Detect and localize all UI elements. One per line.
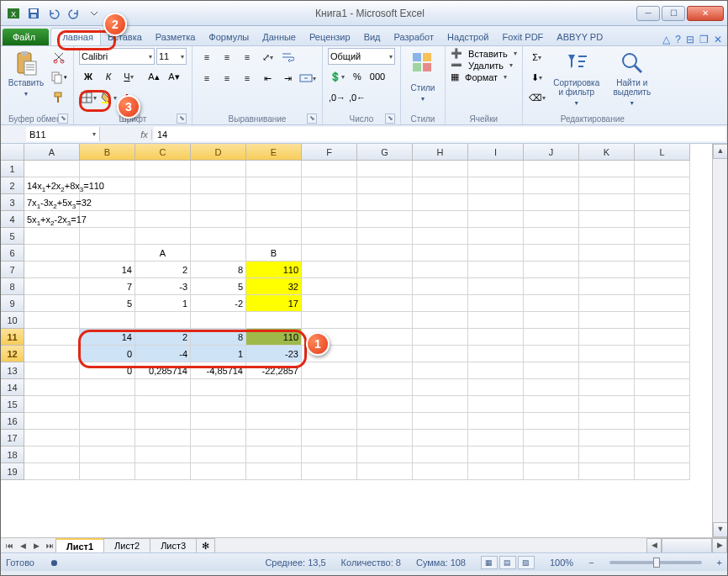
undo-icon[interactable]	[45, 4, 63, 23]
cell-K4[interactable]	[579, 211, 635, 228]
cell-B19[interactable]	[80, 463, 135, 480]
sort-filter-button[interactable]: Сортировка и фильтр▼	[550, 48, 604, 109]
alignment-launcher[interactable]: ⬊	[307, 114, 317, 124]
cell-H10[interactable]	[413, 312, 468, 329]
close-workbook-icon[interactable]: ✕	[714, 34, 722, 45]
col-header-D[interactable]: D	[191, 144, 246, 161]
cell-I4[interactable]	[468, 211, 524, 228]
cell-L11[interactable]	[635, 329, 690, 346]
row-headers[interactable]: 12345678910111213141516171819	[1, 161, 24, 480]
cut-button[interactable]	[50, 48, 68, 66]
cell-G9[interactable]	[357, 295, 413, 312]
format-cells-button[interactable]: ▦ Формат ▾	[451, 71, 507, 82]
cell-A17[interactable]	[24, 430, 80, 447]
cell-L1[interactable]	[635, 161, 690, 177]
cell-E1[interactable]	[246, 161, 302, 177]
bold-button[interactable]: Ж	[79, 67, 98, 86]
zoom-in-icon[interactable]: +	[717, 558, 722, 568]
tab-разработ[interactable]: Разработ	[388, 29, 440, 45]
cell-A6[interactable]	[24, 245, 80, 262]
cell-C5[interactable]	[135, 228, 191, 245]
cell-F3[interactable]	[302, 194, 357, 211]
cell-D3[interactable]	[191, 194, 246, 211]
cell-F9[interactable]	[302, 295, 357, 312]
cell-I12[interactable]	[468, 346, 524, 362]
cell-L6[interactable]	[635, 245, 690, 262]
cell-F18[interactable]	[302, 447, 357, 463]
cell-B8[interactable]: 7	[80, 278, 135, 295]
cell-J13[interactable]	[524, 362, 579, 379]
cells-area[interactable]: 14x1+2x2+8x3=1107x1-3x2+5x3=325x1+x2-2x3…	[24, 161, 712, 537]
cell-G10[interactable]	[357, 312, 413, 329]
cell-G4[interactable]	[357, 211, 413, 228]
cell-G17[interactable]	[357, 430, 413, 447]
cell-L2[interactable]	[635, 177, 690, 194]
cell-K5[interactable]	[579, 228, 635, 245]
tab-вид[interactable]: Вид	[357, 29, 388, 45]
cell-G5[interactable]	[357, 228, 413, 245]
cell-G6[interactable]	[357, 245, 413, 262]
increase-indent-icon[interactable]: ⇥	[278, 69, 297, 87]
cell-A16[interactable]	[24, 413, 80, 430]
cell-C8[interactable]: -3	[135, 278, 191, 295]
col-header-B[interactable]: B	[80, 144, 135, 161]
cell-D13[interactable]: -4,85714	[191, 362, 246, 379]
cell-E6[interactable]: B	[246, 245, 302, 262]
cell-F17[interactable]	[302, 430, 357, 447]
cell-G11[interactable]	[357, 329, 413, 346]
cell-J5[interactable]	[524, 228, 579, 245]
cell-A3[interactable]: 7x1-3x2+5x3=32	[24, 194, 80, 211]
tab-надстрой[interactable]: Надстрой	[440, 29, 495, 45]
cell-J18[interactable]	[524, 447, 579, 463]
cell-J4[interactable]	[524, 211, 579, 228]
cell-K8[interactable]	[579, 278, 635, 295]
cell-E7[interactable]: 110	[246, 262, 302, 278]
tab-foxit pdf[interactable]: Foxit PDF	[495, 29, 550, 45]
row-header-10[interactable]: 10	[1, 312, 24, 329]
cell-C9[interactable]: 1	[135, 295, 191, 312]
cell-K2[interactable]	[579, 177, 635, 194]
insert-cells-button[interactable]: ➕ Вставить ▾	[451, 48, 517, 59]
cell-J2[interactable]	[524, 177, 579, 194]
cell-K3[interactable]	[579, 194, 635, 211]
cell-D17[interactable]	[191, 430, 246, 447]
cell-B16[interactable]	[80, 413, 135, 430]
cell-H16[interactable]	[413, 413, 468, 430]
align-middle-icon[interactable]: ≡	[218, 48, 236, 66]
cell-E3[interactable]	[246, 194, 302, 211]
zoom-out-icon[interactable]: −	[588, 558, 593, 568]
cell-A5[interactable]	[24, 228, 80, 245]
cell-C11[interactable]: 2	[135, 329, 191, 346]
scroll-right-icon[interactable]: ▶	[712, 538, 727, 552]
cell-E5[interactable]	[246, 228, 302, 245]
cell-L10[interactable]	[635, 312, 690, 329]
col-header-H[interactable]: H	[413, 144, 468, 161]
cell-F2[interactable]	[302, 177, 357, 194]
percent-format-icon[interactable]: %	[348, 67, 367, 86]
clipboard-launcher[interactable]: ⬊	[58, 114, 68, 124]
cell-F19[interactable]	[302, 463, 357, 480]
col-header-C[interactable]: C	[135, 144, 191, 161]
cell-G16[interactable]	[357, 413, 413, 430]
cell-C12[interactable]: -4	[135, 346, 191, 362]
cell-I5[interactable]	[468, 228, 524, 245]
cell-J16[interactable]	[524, 413, 579, 430]
cell-B9[interactable]: 5	[80, 295, 135, 312]
cell-F16[interactable]	[302, 413, 357, 430]
styles-button[interactable]: Стили▼	[406, 82, 440, 105]
sheet-nav-first[interactable]: ⏮	[3, 539, 16, 552]
cell-I2[interactable]	[468, 177, 524, 194]
new-sheet-button[interactable]: ✻	[196, 538, 215, 552]
cell-D1[interactable]	[191, 161, 246, 177]
cell-E4[interactable]	[246, 211, 302, 228]
align-top-icon[interactable]: ≡	[198, 48, 216, 66]
cell-L16[interactable]	[635, 413, 690, 430]
cell-A9[interactable]	[24, 295, 80, 312]
autosum-icon[interactable]: Σ▾	[528, 48, 546, 66]
cell-J1[interactable]	[524, 161, 579, 177]
hscroll-thumb[interactable]	[662, 538, 712, 552]
cell-A15[interactable]	[24, 396, 80, 413]
row-header-13[interactable]: 13	[1, 362, 24, 379]
cell-E14[interactable]	[246, 379, 302, 396]
cell-I17[interactable]	[468, 430, 524, 447]
